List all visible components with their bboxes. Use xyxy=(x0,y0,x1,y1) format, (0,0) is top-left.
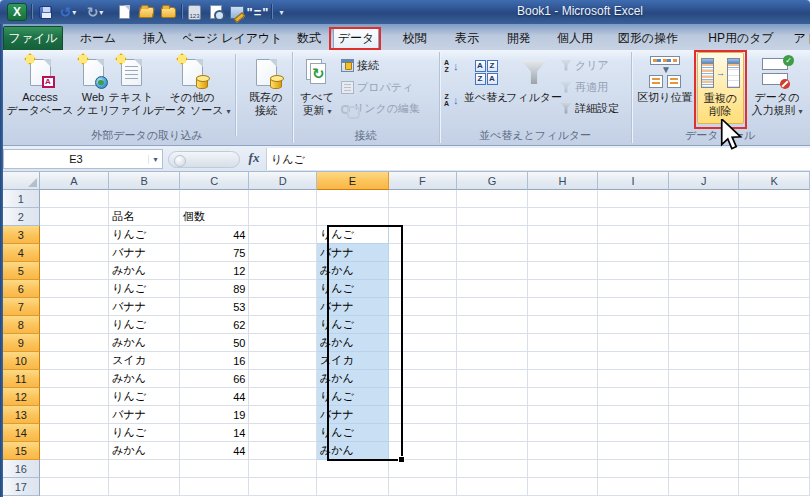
cell-G11[interactable] xyxy=(457,370,528,388)
access-database-button[interactable]: A Accessデータベース xyxy=(7,52,73,124)
name-box-caret-icon[interactable]: ▾ xyxy=(148,155,162,164)
sort-button[interactable]: AZZA 並べ替え xyxy=(462,52,510,124)
cell-D16[interactable] xyxy=(249,460,317,478)
cell-C3[interactable]: 44 xyxy=(180,226,250,244)
cell-E17[interactable] xyxy=(317,478,389,496)
cell-E9[interactable]: みかん xyxy=(317,334,389,352)
cell-F1[interactable] xyxy=(389,190,458,208)
tab-page-layout[interactable]: ページ レイアウト xyxy=(183,27,281,50)
cell-K7[interactable] xyxy=(739,298,810,316)
cell-C14[interactable]: 14 xyxy=(180,424,250,442)
text-file-button[interactable]: テキストファイル xyxy=(111,52,151,124)
column-header-I[interactable]: I xyxy=(598,172,669,190)
cell-A11[interactable] xyxy=(40,370,110,388)
cell-B17[interactable] xyxy=(109,478,180,496)
cell-H4[interactable] xyxy=(528,244,599,262)
cell-E12[interactable]: りんご xyxy=(317,388,389,406)
cell-C2[interactable]: 個数 xyxy=(180,208,250,226)
tab-hp[interactable]: HP用のタブ xyxy=(697,27,785,50)
cell-D8[interactable] xyxy=(249,316,317,334)
cell-H13[interactable] xyxy=(528,406,599,424)
cell-K13[interactable] xyxy=(739,406,810,424)
cell-D5[interactable] xyxy=(249,262,317,280)
cell-J8[interactable] xyxy=(669,316,740,334)
cell-K4[interactable] xyxy=(739,244,810,262)
cell-C13[interactable]: 19 xyxy=(180,406,250,424)
cell-I8[interactable] xyxy=(598,316,669,334)
cell-G10[interactable] xyxy=(457,352,528,370)
cell-A13[interactable] xyxy=(40,406,110,424)
cell-H15[interactable] xyxy=(528,442,599,460)
paste-values-button[interactable]: 123 xyxy=(186,3,203,21)
cell-H9[interactable] xyxy=(528,334,599,352)
cell-G12[interactable] xyxy=(457,388,528,406)
column-header-E[interactable]: E xyxy=(317,172,389,190)
cell-E4[interactable]: バナナ xyxy=(317,244,389,262)
remove-duplicates-button[interactable]: → 重複の 削除 xyxy=(697,52,744,124)
cell-B12[interactable]: りんご xyxy=(109,388,180,406)
cell-B7[interactable]: バナナ xyxy=(109,298,180,316)
cell-E16[interactable] xyxy=(317,460,389,478)
column-header-B[interactable]: B xyxy=(109,172,180,190)
cell-H2[interactable] xyxy=(528,208,599,226)
row-header-6[interactable]: 6 xyxy=(3,280,40,298)
cell-C4[interactable]: 75 xyxy=(180,244,250,262)
equals-button[interactable]: "=" xyxy=(248,3,268,21)
cell-C5[interactable]: 12 xyxy=(180,262,250,280)
cell-F16[interactable] xyxy=(389,460,458,478)
cell-B15[interactable]: みかん xyxy=(109,442,180,460)
cell-H11[interactable] xyxy=(528,370,599,388)
cell-A17[interactable] xyxy=(40,478,110,496)
connections-button[interactable]: 接続 xyxy=(341,57,379,73)
undo-button[interactable]: ↺▾ xyxy=(56,3,80,21)
column-header-A[interactable]: A xyxy=(40,172,110,190)
cell-E13[interactable]: バナナ xyxy=(317,406,389,424)
row-header-13[interactable]: 13 xyxy=(3,406,40,424)
save-button[interactable] xyxy=(36,3,54,21)
tab-file[interactable]: ファイル xyxy=(3,26,63,50)
cell-G6[interactable] xyxy=(457,280,528,298)
row-header-14[interactable]: 14 xyxy=(3,424,40,442)
cell-J5[interactable] xyxy=(669,262,740,280)
column-header-G[interactable]: G xyxy=(457,172,528,190)
cell-I11[interactable] xyxy=(598,370,669,388)
row-header-9[interactable]: 9 xyxy=(3,334,40,352)
cell-D11[interactable] xyxy=(249,370,317,388)
cell-H1[interactable] xyxy=(528,190,599,208)
cell-D4[interactable] xyxy=(249,244,317,262)
cell-C6[interactable]: 89 xyxy=(180,280,250,298)
row-header-2[interactable]: 2 xyxy=(3,208,40,226)
cell-B3[interactable]: りんご xyxy=(109,226,180,244)
cell-A10[interactable] xyxy=(40,352,110,370)
row-header-5[interactable]: 5 xyxy=(3,262,40,280)
row-header-16[interactable]: 16 xyxy=(3,460,40,478)
row-header-4[interactable]: 4 xyxy=(3,244,40,262)
cell-J2[interactable] xyxy=(669,208,740,226)
cell-B6[interactable]: りんご xyxy=(109,280,180,298)
cell-C17[interactable] xyxy=(180,478,250,496)
cell-G17[interactable] xyxy=(457,478,528,496)
cell-D13[interactable] xyxy=(249,406,317,424)
cell-K6[interactable] xyxy=(739,280,810,298)
cell-B14[interactable]: りんご xyxy=(109,424,180,442)
cell-A12[interactable] xyxy=(40,388,110,406)
cell-K16[interactable] xyxy=(739,460,810,478)
row-header-10[interactable]: 10 xyxy=(3,352,40,370)
column-header-H[interactable]: H xyxy=(528,172,599,190)
cell-J15[interactable] xyxy=(669,442,740,460)
open-button[interactable] xyxy=(137,3,156,21)
advanced-filter-button[interactable]: 詳細設定 xyxy=(560,100,619,116)
cell-I14[interactable] xyxy=(598,424,669,442)
cell-E8[interactable]: りんご xyxy=(317,316,389,334)
cell-F13[interactable] xyxy=(389,406,458,424)
row-header-1[interactable]: 1 xyxy=(3,190,40,208)
cell-F8[interactable] xyxy=(389,316,458,334)
cell-E15[interactable]: みかん xyxy=(317,442,389,460)
column-header-C[interactable]: C xyxy=(180,172,250,190)
cell-I17[interactable] xyxy=(598,478,669,496)
cell-J6[interactable] xyxy=(669,280,740,298)
edit-button[interactable] xyxy=(228,3,246,21)
cell-D14[interactable] xyxy=(249,424,317,442)
cell-G16[interactable] xyxy=(457,460,528,478)
cell-B1[interactable] xyxy=(109,190,180,208)
